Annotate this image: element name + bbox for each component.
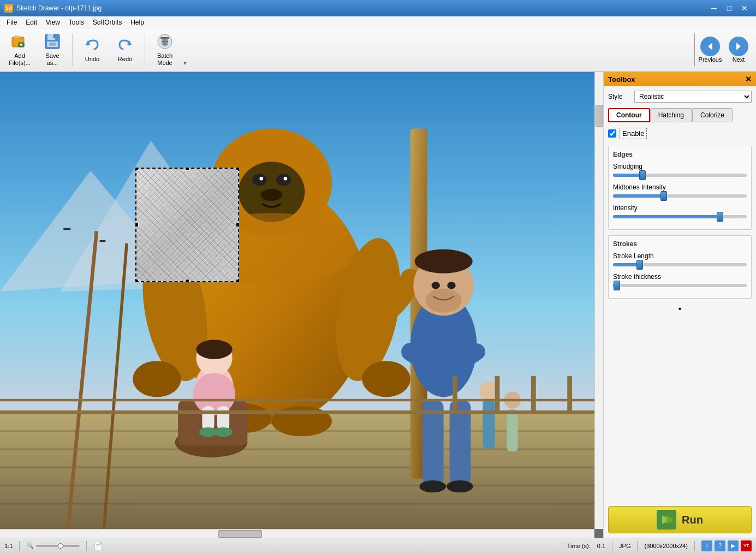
- run-button[interactable]: Run: [608, 506, 752, 533]
- menu-help[interactable]: Help: [126, 17, 148, 27]
- status-icons: i ? ▶ YT: [701, 540, 752, 551]
- midtones-track[interactable]: [613, 194, 747, 198]
- svg-point-54: [196, 340, 232, 359]
- enable-checkbox[interactable]: [608, 129, 616, 138]
- stroke-length-track[interactable]: [613, 263, 747, 266]
- batch-mode-button[interactable]: Batch Mode: [150, 31, 180, 68]
- format-value: JPG: [619, 543, 630, 549]
- style-label: Style: [608, 93, 630, 100]
- intensity-thumb[interactable]: [717, 212, 723, 222]
- stroke-thickness-label: Stroke thickness: [613, 273, 747, 281]
- horizontal-scroll-thumb[interactable]: [218, 530, 262, 538]
- redo-button[interactable]: Redo: [110, 31, 140, 68]
- smudging-thumb[interactable]: [639, 170, 646, 180]
- toolbar-dropdown[interactable]: ▼: [182, 31, 188, 68]
- toolbox-header: Toolbox ✕: [604, 72, 756, 86]
- svg-point-68: [431, 282, 439, 289]
- play-icon[interactable]: ▶: [728, 540, 739, 551]
- tab-contour[interactable]: Contour: [608, 108, 650, 122]
- handle-top-left[interactable]: [135, 168, 139, 171]
- handle-bot-mid[interactable]: [185, 279, 189, 282]
- svg-rect-1: [14, 35, 20, 38]
- strokes-title: Strokes: [613, 240, 747, 248]
- midtones-fill: [613, 194, 664, 198]
- midtones-thumb[interactable]: [660, 191, 667, 201]
- handle-mid-right[interactable]: [236, 223, 239, 227]
- next-icon: [729, 37, 748, 56]
- intensity-track[interactable]: [613, 215, 747, 218]
- batch-icon: [156, 33, 174, 50]
- svg-rect-57: [217, 406, 229, 430]
- stroke-length-thumb[interactable]: [636, 260, 643, 270]
- handle-top-mid[interactable]: [185, 168, 189, 171]
- menu-softorbits[interactable]: SoftOrbits: [88, 17, 126, 27]
- tab-colorize[interactable]: Colorize: [692, 108, 733, 122]
- svg-point-44: [133, 361, 181, 397]
- horizontal-scrollbar[interactable]: [0, 529, 594, 538]
- smudging-slider-row: Smudging: [613, 163, 747, 177]
- time-value: 0.1: [597, 543, 605, 549]
- canvas-image: [0, 72, 594, 529]
- scene-svg: [0, 72, 594, 529]
- close-button[interactable]: ✕: [737, 3, 752, 14]
- save-as-button[interactable]: Save as...: [37, 31, 68, 68]
- svg-rect-70: [483, 400, 495, 448]
- time-label: Time (s):: [567, 543, 591, 549]
- svg-rect-76: [453, 376, 457, 412]
- zoom-slider-area[interactable]: 🔍: [26, 542, 80, 549]
- menu-tools[interactable]: Tools: [64, 17, 88, 27]
- maximize-button[interactable]: □: [722, 3, 736, 14]
- dot-indicator: •: [608, 304, 752, 314]
- midtones-slider-row: Midtones Intensity: [613, 183, 747, 198]
- intensity-fill: [613, 215, 720, 218]
- toolbox-close-button[interactable]: ✕: [745, 75, 752, 84]
- menu-file[interactable]: File: [2, 17, 21, 27]
- youtube-icon[interactable]: YT: [741, 540, 752, 551]
- redo-icon: [116, 36, 134, 53]
- zoom-thumb[interactable]: [58, 543, 63, 549]
- status-bar: 1:1 🔍 📄 Time (s): 0.1 JPG (3000x2000x24)…: [0, 538, 756, 553]
- undo-label: Undo: [85, 56, 99, 63]
- svg-marker-19: [708, 43, 712, 50]
- info-icon[interactable]: i: [701, 540, 712, 551]
- intensity-slider-row: Intensity: [613, 204, 747, 218]
- svg-point-14: [163, 40, 166, 43]
- canvas-area[interactable]: [0, 72, 603, 538]
- toolbar-sep-1: [72, 33, 73, 66]
- tabs-row: Contour Hatching Colorize: [608, 108, 752, 122]
- zoom-slider[interactable]: [36, 545, 80, 547]
- stroke-length-fill: [613, 263, 640, 266]
- svg-rect-72: [507, 409, 518, 451]
- add-files-button[interactable]: Add File(s)...: [4, 31, 35, 68]
- toolbar-sep-2: [145, 33, 145, 66]
- run-button-area: Run: [604, 502, 756, 538]
- menu-edit[interactable]: Edit: [21, 17, 41, 27]
- svg-point-55: [193, 373, 235, 415]
- stroke-thickness-thumb[interactable]: [614, 281, 620, 290]
- stroke-thickness-track[interactable]: [613, 284, 747, 287]
- title-bar-controls: ─ □ ✕: [707, 3, 752, 14]
- svg-rect-77: [495, 376, 500, 412]
- minimize-button[interactable]: ─: [707, 3, 721, 14]
- sketch-inner: [136, 169, 238, 281]
- stroke-length-label: Stroke Length: [613, 252, 747, 260]
- svg-rect-33: [99, 240, 105, 242]
- status-sep-4: [637, 541, 638, 551]
- undo-button[interactable]: Undo: [77, 31, 108, 68]
- handle-top-right[interactable]: [236, 168, 239, 171]
- run-label: Run: [682, 514, 703, 526]
- vertical-scroll-thumb[interactable]: [596, 105, 603, 127]
- vertical-scrollbar[interactable]: [594, 72, 603, 529]
- style-select[interactable]: Realistic Pencil Charcoal Ink: [634, 91, 752, 103]
- handle-mid-left[interactable]: [135, 223, 139, 227]
- previous-button[interactable]: Previous: [697, 34, 723, 66]
- tab-hatching[interactable]: Hatching: [650, 108, 692, 122]
- smudging-track[interactable]: [613, 174, 747, 177]
- handle-bot-left[interactable]: [135, 279, 139, 282]
- menu-view[interactable]: View: [41, 17, 64, 27]
- next-button[interactable]: Next: [725, 34, 752, 66]
- handle-bot-right[interactable]: [236, 279, 239, 282]
- window-title: Sketch Drawer - otp-1711.jpg: [16, 4, 102, 12]
- help-icon[interactable]: ?: [715, 540, 725, 551]
- svg-point-40: [284, 177, 288, 181]
